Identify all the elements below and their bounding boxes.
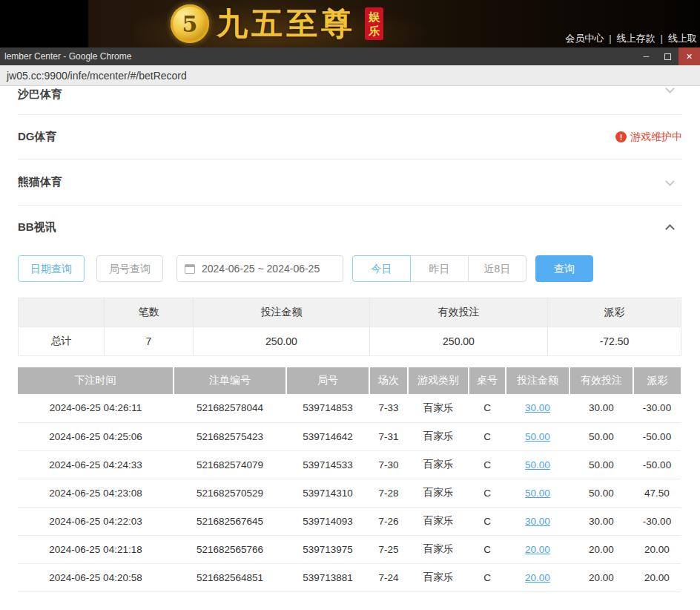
table-number: C [469, 479, 506, 507]
order-number: 521682578044 [174, 394, 286, 422]
round-number: 539714642 [286, 422, 369, 450]
bet-amount-cell: 50.00 [506, 450, 569, 479]
summary-bet-amount: 250.00 [194, 327, 370, 356]
bet-amount-cell: 20.00 [506, 535, 569, 563]
date-query-tab[interactable]: 日期查询 [18, 255, 85, 282]
minimize-icon: ─ [644, 52, 650, 61]
summary-header-valid-bet: 有效投注 [370, 298, 548, 327]
summary-total-label: 总计 [19, 327, 105, 356]
section-title: BB视讯 [18, 220, 56, 235]
payout: 20.00 [633, 563, 681, 591]
round-query-tab[interactable]: 局号查询 [96, 255, 163, 282]
payout: 20.00 [633, 535, 681, 563]
close-icon: ✕ [686, 52, 693, 62]
bet-amount-link[interactable]: 50.00 [525, 488, 550, 499]
round-number: 539713975 [286, 535, 369, 563]
order-number: 521682564851 [174, 563, 286, 591]
header-bet-amount: 投注金额 [506, 367, 569, 394]
summary-valid-bet: 250.00 [370, 327, 548, 356]
section-title: 熊猫体育 [18, 175, 62, 189]
bet-amount-link[interactable]: 30.00 [525, 402, 550, 413]
maintenance-badge: 游戏维护中 [615, 131, 682, 144]
maximize-button[interactable] [657, 47, 678, 65]
header-bet-time: 下注时间 [18, 367, 174, 394]
valid-bet: 30.00 [569, 507, 633, 535]
nav-online-deposit[interactable]: 线上存款 [617, 33, 656, 44]
table-number: C [469, 535, 506, 563]
valid-bet: 50.00 [569, 479, 633, 507]
table-row: 2024-06-25 04:22:03521682567645539714093… [18, 507, 681, 535]
last-8-days-button[interactable]: 近8日 [468, 255, 526, 282]
quick-range-group: 今日 昨日 近8日 [352, 255, 526, 282]
round-number: 539713881 [286, 563, 369, 591]
bet-time: 2024-06-25 04:25:06 [18, 422, 174, 450]
valid-bet: 30.00 [569, 394, 633, 422]
nav-online-withdraw[interactable]: 线上取 [668, 33, 697, 44]
minimize-button[interactable]: ─ [635, 47, 657, 65]
nav-member-center[interactable]: 会员中心 [565, 33, 604, 44]
table-number: C [469, 422, 506, 450]
table-number: C [469, 450, 506, 479]
order-number: 521682574079 [174, 450, 286, 479]
bet-amount-link[interactable]: 20.00 [525, 544, 550, 555]
window-titlebar[interactable]: lember Center - Google Chrome ─ ✕ [0, 47, 700, 65]
session: 7-25 [369, 535, 408, 563]
section-saba-sports[interactable]: 沙巴体育 [18, 86, 682, 115]
game-type: 百家乐 [408, 422, 469, 450]
table-row: 2024-06-25 04:23:08521682570529539714310… [18, 479, 681, 507]
payout: -30.00 [633, 394, 681, 422]
bet-time: 2024-06-25 04:24:33 [18, 450, 174, 479]
section-bb-live[interactable]: BB视讯 [18, 206, 682, 249]
round-number: 539714533 [286, 450, 369, 479]
payout: -50.00 [633, 450, 681, 479]
site-logo-badge: 娱乐 [365, 7, 383, 40]
bet-time: 2024-06-25 04:21:18 [18, 535, 174, 563]
search-button[interactable]: 查询 [535, 255, 593, 282]
header-game-type: 游戏类别 [408, 367, 469, 394]
bet-record-page: 沙巴体育 DG体育 游戏维护中 熊猫体育 BB视讯 日期查询 局号查询 2024… [0, 86, 700, 592]
bet-amount-link[interactable]: 20.00 [525, 572, 550, 583]
section-panda-sports[interactable]: 熊猫体育 [18, 160, 682, 206]
chevron-down-icon [665, 84, 675, 94]
valid-bet: 50.00 [569, 450, 633, 479]
site-header: 5 九五至尊 娱乐 会员中心|线上存款|线上取 [0, 0, 700, 47]
round-number: 539714310 [286, 479, 369, 507]
table-row: 2024-06-25 04:24:33521682574079539714533… [18, 450, 681, 479]
chevron-up-icon [665, 224, 675, 234]
game-type: 百家乐 [408, 450, 469, 479]
session: 7-26 [369, 507, 408, 535]
payout: 47.50 [633, 479, 681, 507]
bet-amount-link[interactable]: 50.00 [525, 431, 550, 442]
header-session: 场次 [369, 367, 408, 394]
bet-time: 2024-06-25 04:23:08 [18, 479, 174, 507]
calendar-icon [185, 264, 195, 274]
address-bar[interactable]: jw05.cc:9900/infe/mcenter/#/betRecord [0, 65, 700, 86]
nav-separator: | [609, 33, 611, 44]
session: 7-28 [369, 479, 408, 507]
close-button[interactable]: ✕ [678, 47, 700, 65]
today-button[interactable]: 今日 [352, 255, 411, 282]
header-table-number: 桌号 [469, 367, 506, 394]
bet-amount-link[interactable]: 30.00 [525, 516, 550, 527]
summary-payout: -72.50 [548, 327, 681, 356]
date-range-input[interactable]: 2024-06-25 ~ 2024-06-25 [176, 255, 343, 282]
summary-header-row: 笔数 投注金额 有效投注 派彩 [19, 298, 681, 327]
header-payout: 派彩 [633, 367, 681, 394]
gold-coin-icon: 5 [171, 4, 209, 43]
table-row: 2024-06-25 04:20:58521682564851539713881… [18, 563, 681, 591]
site-logo-title: 九五至尊 [217, 3, 356, 45]
summary-header-count: 笔数 [105, 298, 194, 327]
bet-time: 2024-06-25 04:20:58 [18, 563, 174, 591]
url-text: jw05.cc:9900/infe/mcenter/#/betRecord [7, 70, 187, 82]
summary-count: 7 [105, 327, 194, 356]
table-row: 2024-06-25 04:25:06521682575423539714642… [18, 422, 681, 450]
bet-record-table: 下注时间 注单编号 局号 场次 游戏类别 桌号 投注金额 有效投注 派彩 202… [18, 367, 681, 592]
chevron-down-icon [665, 177, 675, 186]
yesterday-button[interactable]: 昨日 [410, 255, 469, 282]
bet-amount-cell: 50.00 [506, 479, 569, 507]
header-order-number: 注单编号 [174, 367, 286, 394]
session: 7-33 [369, 394, 408, 422]
game-type: 百家乐 [408, 535, 469, 563]
bet-amount-link[interactable]: 50.00 [525, 459, 550, 470]
section-dg-sports[interactable]: DG体育 游戏维护中 [18, 115, 682, 160]
